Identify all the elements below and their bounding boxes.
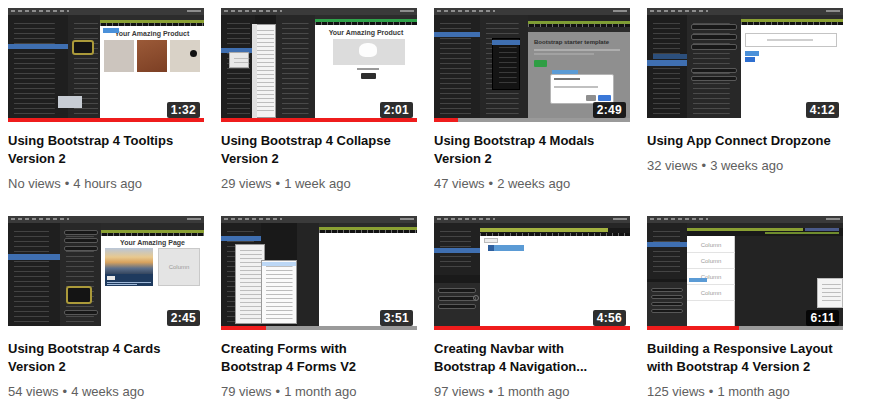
selected-tree-row	[221, 236, 261, 241]
view-count: 32 views	[647, 158, 698, 173]
video-title[interactable]: Building a Responsive Layout with Bootst…	[647, 340, 843, 376]
navbar-brand-block	[488, 245, 494, 251]
selected-tree-row	[647, 242, 687, 247]
meta-separator: •	[705, 384, 718, 399]
video-thumbnail[interactable]: Your Amazing Product 1:32	[8, 8, 204, 122]
video-card[interactable]: 3:51 Creating Forms with Bootstrap 4 For…	[221, 216, 417, 410]
video-title[interactable]: Creating Forms with Bootstrap 4 Forms V2	[221, 340, 417, 376]
video-card[interactable]: 4:56 Creating Navbar with Bootstrap 4 Na…	[434, 216, 630, 410]
video-thumbnail[interactable]: 4:12	[647, 8, 843, 122]
chair-image	[359, 43, 377, 57]
video-card[interactable]: Your Amazing Page Column 2:45 Using Boot…	[8, 216, 204, 410]
window-controls	[613, 10, 627, 12]
input-row	[691, 44, 737, 50]
row-separator	[687, 300, 735, 301]
watch-progress-fill	[8, 118, 204, 122]
card-label: Column	[158, 264, 200, 271]
upload-age: 2 weeks ago	[497, 176, 570, 191]
video-card[interactable]: 4:12 Using App Connect Dropzone 32 views…	[647, 8, 843, 216]
input-row	[438, 288, 476, 293]
window-controls	[826, 10, 840, 12]
app-properties-panel	[276, 15, 315, 118]
thumbnail-preview-art: 4:56	[434, 216, 630, 326]
dropzone-hint-line	[767, 39, 813, 41]
paragraph-line	[534, 49, 620, 51]
context-menu-icon-strip	[252, 24, 257, 118]
video-thumbnail[interactable]: Column Column Column Column 6:11	[647, 216, 843, 330]
meta-separator: •	[59, 384, 72, 399]
input-row	[651, 288, 683, 292]
timeline-blue-segment	[805, 228, 839, 231]
window-controls	[400, 10, 414, 12]
duration-badge: 4:12	[806, 102, 839, 118]
caption-line	[107, 284, 137, 285]
view-count: 79 views	[221, 384, 272, 399]
duration-badge: 2:45	[167, 310, 200, 326]
column-label: Column	[687, 290, 735, 297]
submenu-highlight-row	[262, 262, 296, 266]
input-row	[64, 230, 98, 235]
window-controls	[187, 218, 201, 220]
video-card[interactable]: Column Column Column Column 6:11 Buildin…	[647, 216, 843, 410]
thumbnail-preview-art: 3:51	[221, 216, 417, 326]
product-image	[137, 40, 167, 72]
watch-progress-bar	[434, 326, 630, 330]
product-image	[104, 40, 134, 72]
video-thumbnail[interactable]: 3:51	[221, 216, 417, 330]
image-placeholder-box	[66, 286, 92, 304]
upload-age: 4 hours ago	[73, 176, 142, 191]
app-menu-dashes	[437, 10, 495, 12]
input-row	[438, 296, 476, 301]
meta-separator: •	[61, 176, 74, 191]
open-dropdown-list	[492, 38, 520, 90]
watch-progress-fill	[221, 326, 266, 330]
video-title[interactable]: Using Bootstrap 4 Tooltips Version 2	[8, 132, 204, 168]
preview-heading: Bootstrap starter template	[534, 39, 628, 46]
input-row	[64, 238, 98, 243]
upload-age: 4 weeks ago	[71, 384, 144, 399]
video-card[interactable]: Your Amazing Product 1:32 Using Bootstra…	[8, 8, 204, 216]
app-menu-dashes	[11, 218, 69, 220]
video-thumbnail[interactable]: Bootstrap starter template 2:49	[434, 8, 630, 122]
video-title[interactable]: Using App Connect Dropzone	[647, 132, 843, 150]
modal-title-line	[554, 78, 580, 80]
duration-badge: 3:51	[380, 310, 413, 326]
input-row	[691, 24, 737, 30]
watch-progress-fill	[647, 326, 739, 330]
video-title[interactable]: Creating Navbar with Bootstrap 4 Navigat…	[434, 340, 630, 376]
preview-tab	[484, 238, 498, 243]
context-submenu	[261, 260, 297, 324]
design-toolbar	[101, 223, 204, 230]
video-meta: 79 views•1 month ago	[221, 383, 417, 400]
video-title[interactable]: Using Bootstrap 4 Modals Version 2	[434, 132, 630, 168]
view-count: 29 views	[221, 176, 272, 191]
tree-row-highlight	[653, 54, 687, 59]
video-card[interactable]: Your Amazing Product 2:01 Using Bootstra…	[221, 8, 417, 216]
input-row	[691, 68, 737, 73]
timeline-green-segment	[765, 232, 839, 234]
video-thumbnail[interactable]: 4:56	[434, 216, 630, 330]
video-title[interactable]: Using Bootstrap 4 Cards Version 2	[8, 340, 204, 376]
video-thumbnail[interactable]: Your Amazing Product 2:01	[221, 8, 417, 122]
watch-progress-fill	[221, 118, 417, 122]
video-meta: 125 views•1 month ago	[647, 383, 843, 400]
upload-age: 3 weeks ago	[710, 158, 783, 173]
selected-tree-row	[8, 254, 60, 260]
input-row	[64, 310, 98, 315]
video-thumbnail[interactable]: Your Amazing Page Column 2:45	[8, 216, 204, 330]
app-menu-dashes	[224, 10, 282, 12]
input-row	[651, 295, 683, 299]
video-card[interactable]: Bootstrap starter template 2:49 Using Bo…	[434, 8, 630, 216]
window-controls	[826, 218, 840, 220]
thumbnail-preview-art: Your Amazing Page Column 2:45	[8, 216, 204, 326]
input-row	[651, 309, 683, 313]
watch-progress-bar	[221, 326, 417, 330]
duration-badge: 2:49	[593, 102, 626, 118]
upload-age: 1 week ago	[284, 176, 351, 191]
video-title[interactable]: Using Bootstrap 4 Collapse Version 2	[221, 132, 417, 168]
selected-tree-row	[434, 32, 480, 37]
meta-separator: •	[272, 176, 285, 191]
video-meta: 97 views•1 month ago	[434, 383, 630, 400]
video-meta: 29 views•1 week ago	[221, 175, 417, 192]
caption-line	[107, 282, 151, 283]
